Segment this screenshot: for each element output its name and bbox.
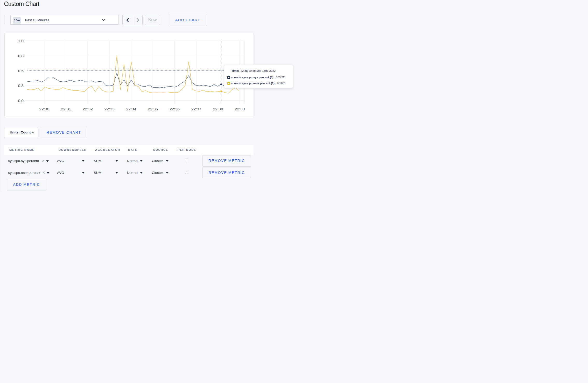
svg-text:0.0: 0.0: [18, 98, 24, 103]
svg-text:1.0: 1.0: [18, 39, 24, 43]
svg-text:22:31: 22:31: [61, 107, 71, 111]
svg-text:22:36: 22:36: [170, 107, 180, 111]
svg-text:22:34: 22:34: [126, 107, 136, 111]
svg-text:22:37: 22:37: [191, 107, 201, 111]
svg-text:0.5: 0.5: [18, 69, 24, 73]
svg-text:22:39: 22:39: [235, 107, 245, 111]
svg-text:22:35: 22:35: [148, 107, 158, 111]
svg-text:0.3: 0.3: [18, 83, 24, 88]
svg-text:22:33: 22:33: [104, 107, 115, 111]
svg-text:22:32: 22:32: [83, 107, 93, 111]
svg-text:22:38: 22:38: [213, 107, 223, 111]
svg-text:0.8: 0.8: [18, 54, 24, 58]
svg-text:22:30: 22:30: [39, 107, 49, 111]
